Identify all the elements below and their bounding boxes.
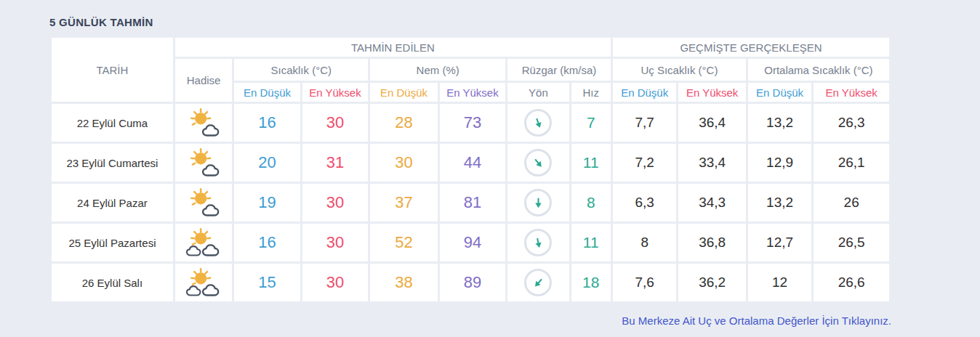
humidity-min-cell: 28	[370, 104, 437, 142]
sun-cloud-icon	[182, 147, 225, 179]
condition-cell	[175, 144, 232, 182]
condition-cell	[175, 184, 232, 222]
temp-max-cell: 30	[302, 224, 368, 261]
date-cell: 23 Eylül Cumartesi	[52, 144, 173, 182]
humidity-max-cell: 73	[440, 104, 505, 142]
extreme-max-cell: 33,4	[678, 144, 745, 182]
avg-min-cell: 13,2	[748, 184, 811, 222]
extreme-max-cell: 36,2	[678, 264, 745, 301]
temp-max-cell: 30	[302, 104, 368, 142]
extreme-min-cell: 6,3	[613, 184, 676, 222]
temp-min-cell: 20	[234, 144, 300, 182]
group-header-forecast: TAHMİN EDİLEN	[175, 38, 611, 57]
extreme-max-cell: 34,3	[678, 184, 745, 222]
date-cell: 25 Eylül Pazartesi	[52, 224, 173, 261]
temp-min-cell: 16	[234, 224, 300, 261]
subheader-humidity-min: En Düşük	[370, 83, 437, 102]
temp-min-cell: 19	[234, 184, 300, 222]
subheader-extreme-max: En Yüksek	[678, 83, 745, 102]
temp-min-cell: 15	[234, 264, 300, 301]
date-cell: 22 Eylül Cuma	[52, 104, 173, 142]
humidity-min-cell: 38	[370, 264, 437, 301]
wind-direction-cell	[507, 144, 569, 182]
humidity-max-cell: 94	[440, 224, 505, 261]
column-header-date: TARİH	[52, 38, 173, 102]
humidity-max-cell: 44	[440, 144, 505, 182]
temp-max-cell: 30	[302, 264, 368, 301]
wind-direction-cell	[507, 104, 569, 142]
temp-min-cell: 16	[234, 104, 300, 142]
wind-speed-cell: 7	[571, 104, 611, 142]
wind-direction-icon	[524, 189, 552, 216]
subheader-temp-min: En Düşük	[234, 83, 300, 102]
avg-max-cell: 26,6	[814, 264, 889, 301]
forecast-table: TARİH TAHMİN EDİLEN GEÇMİŞTE GERÇEKLEŞEN…	[49, 36, 891, 304]
subheader-avg-max: En Yüksek	[814, 83, 889, 102]
date-cell: 26 Eylül Salı	[52, 264, 173, 301]
subheader-temp-max: En Yüksek	[302, 83, 368, 102]
temp-max-cell: 31	[302, 144, 368, 182]
wind-direction-cell	[507, 184, 569, 222]
sun-cloud-icon	[182, 227, 225, 259]
avg-min-cell: 12	[748, 264, 811, 301]
subheader-extreme-min: En Düşük	[613, 83, 676, 102]
extreme-max-cell: 36,8	[678, 224, 745, 261]
table-row: 24 Eylül Pazar 19 30 37 81	[52, 184, 889, 222]
wind-direction-icon	[524, 269, 552, 296]
avg-min-cell: 12,9	[748, 144, 811, 182]
wind-speed-cell: 18	[571, 264, 611, 301]
condition-cell	[175, 104, 232, 142]
wind-direction-cell	[507, 224, 569, 261]
table-row: 23 Eylül Cumartesi 20 31 30 44	[52, 144, 889, 182]
avg-max-cell: 26,5	[814, 224, 889, 261]
avg-min-cell: 13,2	[748, 104, 811, 142]
column-header-wind: Rüzgar (km/sa)	[507, 59, 611, 81]
extreme-max-cell: 36,4	[678, 104, 745, 142]
condition-cell	[175, 224, 232, 261]
wind-direction-icon	[524, 109, 552, 137]
avg-max-cell: 26,1	[814, 144, 889, 182]
temp-max-cell: 30	[302, 184, 368, 222]
column-header-condition: Hadise	[175, 59, 232, 102]
humidity-min-cell: 37	[370, 184, 437, 222]
humidity-max-cell: 81	[440, 184, 505, 222]
humidity-min-cell: 52	[370, 224, 437, 261]
wind-direction-icon	[524, 149, 552, 176]
humidity-max-cell: 89	[440, 264, 505, 301]
five-day-forecast-panel: 5 GÜNLÜK TAHMİN TARİH TAHMİN EDİLEN GEÇM…	[0, 0, 893, 327]
column-header-humidity: Nem (%)	[370, 59, 505, 81]
sun-cloud-icon	[182, 267, 225, 299]
wind-direction-cell	[507, 264, 569, 301]
subheader-avg-min: En Düşük	[748, 83, 811, 102]
table-row: 25 Eylül Pazartesi 16 30 52 94	[52, 224, 889, 261]
avg-min-cell: 12,7	[748, 224, 811, 261]
group-header-past: GEÇMİŞTE GERÇEKLEŞEN	[613, 38, 889, 57]
sun-cloud-icon	[182, 187, 225, 219]
condition-cell	[175, 264, 232, 301]
subheader-wind-direction: Yön	[507, 83, 569, 102]
wind-speed-cell: 11	[571, 224, 611, 261]
wind-direction-icon	[524, 229, 552, 256]
avg-max-cell: 26	[814, 184, 889, 222]
column-header-extreme-temp: Uç Sıcaklık (°C)	[613, 59, 746, 81]
column-header-avg-temp: Ortalama Sıcaklık (°C)	[748, 59, 889, 81]
wind-speed-cell: 8	[571, 184, 611, 222]
extreme-min-cell: 7,7	[613, 104, 676, 142]
extreme-min-cell: 7,6	[613, 264, 676, 301]
table-row: 26 Eylül Salı 15 30 38 89	[52, 264, 889, 301]
column-header-temperature: Sıcaklık (°C)	[234, 59, 368, 81]
humidity-min-cell: 30	[370, 144, 437, 182]
avg-max-cell: 26,3	[814, 104, 889, 142]
subheader-wind-speed: Hız	[571, 83, 611, 102]
extreme-min-cell: 7,2	[613, 144, 676, 182]
table-row: 22 Eylül Cuma 16 30 28 73	[52, 104, 889, 142]
extreme-min-cell: 8	[613, 224, 676, 261]
subheader-humidity-max: En Yüksek	[440, 83, 505, 102]
extremes-averages-link[interactable]: Bu Merkeze Ait Uç ve Ortalama Değerler İ…	[49, 314, 891, 327]
wind-speed-cell: 11	[571, 144, 611, 182]
sun-cloud-icon	[182, 107, 225, 139]
page-title: 5 GÜNLÜK TAHMİN	[49, 16, 893, 28]
date-cell: 24 Eylül Pazar	[52, 184, 173, 222]
